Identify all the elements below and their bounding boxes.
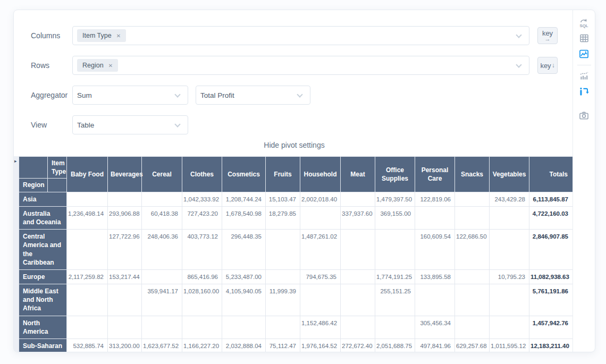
cell	[341, 284, 375, 316]
cell	[415, 206, 455, 229]
pivot-settings: Columns Item Type ✕ key → Rows R	[14, 10, 573, 149]
cell: 629,257.68	[455, 339, 490, 352]
pivot-icon[interactable]	[578, 86, 590, 97]
cell	[490, 316, 529, 338]
panel-main: Columns Item Type ✕ key → Rows R	[14, 10, 573, 352]
hide-pivot-settings-link[interactable]: Hide pivot settings	[31, 141, 558, 149]
cell: 1,152,486.42	[300, 316, 341, 338]
cell	[341, 192, 375, 206]
row-label: Middle East and North Africa	[19, 284, 67, 316]
cell: 2,051,688.75	[375, 339, 415, 352]
cell	[67, 284, 108, 316]
pivot-panel: Columns Item Type ✕ key → Rows R	[13, 10, 595, 352]
cell	[375, 230, 415, 270]
aggregator-field-select[interactable]: Total Profit	[196, 86, 310, 105]
row-label: Europe	[19, 269, 67, 284]
column-header: Beverages	[108, 157, 142, 192]
cell	[415, 284, 455, 316]
sql-icon[interactable]: SQL	[578, 17, 590, 29]
corner-cell	[48, 179, 67, 192]
cell	[341, 316, 375, 338]
cell: 1,976,164.52	[300, 339, 341, 352]
table-row: Central America and the Caribbean127,722…	[19, 230, 573, 270]
cell: 1,208,744.24	[222, 192, 266, 206]
column-header: Household	[300, 157, 341, 192]
cell: 296,448.35	[222, 230, 266, 270]
chart-icon[interactable]	[578, 70, 590, 82]
table-row: Europe2,117,259.82153,217.44865,416.965,…	[19, 269, 573, 284]
columns-select[interactable]: Item Type ✕	[72, 26, 529, 45]
cell: 2,117,259.82	[67, 269, 108, 284]
cell	[142, 192, 182, 206]
row-total: 5,761,191.86	[529, 284, 573, 316]
row-label: Central America and the Caribbean	[19, 230, 67, 270]
cell	[108, 284, 142, 316]
cell: 293,906.88	[108, 206, 142, 229]
column-header: Snacks	[455, 157, 490, 192]
image-icon[interactable]	[578, 48, 590, 60]
rows-select[interactable]: Region ✕	[72, 56, 529, 75]
cell: 4,105,940.05	[222, 284, 266, 316]
collapse-arrow-icon: ▸	[14, 159, 17, 164]
aggregator-label: Aggregator	[31, 91, 72, 99]
camera-icon[interactable]	[578, 109, 590, 121]
cell	[182, 316, 222, 338]
cell: 122,819.06	[415, 192, 455, 206]
arrow-right-icon: →	[545, 36, 551, 42]
cell: 2,032,888.04	[222, 339, 266, 352]
totals-column-header: Totals	[529, 157, 573, 192]
cell: 2,002,018.40	[300, 192, 341, 206]
toolbar-divider	[577, 65, 591, 65]
rows-label: Rows	[31, 61, 72, 70]
cell: 337,937.60	[341, 206, 375, 229]
cell	[266, 316, 300, 338]
remove-tag-icon[interactable]: ✕	[116, 33, 121, 39]
cell: 532,885.74	[67, 339, 108, 352]
svg-text:SQL: SQL	[580, 23, 588, 28]
row-label: Australia and Oceania	[19, 206, 67, 229]
key-rows-button[interactable]: key ↓	[537, 57, 558, 74]
columns-row: Columns Item Type ✕ key →	[31, 26, 558, 45]
view-label: View	[31, 121, 72, 129]
cell: 497,841.96	[415, 339, 455, 352]
row-label: Asia	[19, 192, 67, 206]
cell: 60,418.38	[142, 206, 182, 229]
cell	[67, 316, 108, 338]
cell: 369,155.00	[375, 206, 415, 229]
table-icon[interactable]	[578, 32, 590, 44]
cell: 1,166,227.20	[182, 339, 222, 352]
row-total: 2,846,907.85	[529, 230, 573, 270]
col-axis-label: Item Type	[48, 157, 67, 179]
row-total: 11,082,938.63	[529, 269, 573, 284]
cell: 865,416.96	[182, 269, 222, 284]
key-rows-label: key	[540, 62, 551, 70]
cell	[490, 230, 529, 270]
rows-tag-region[interactable]: Region ✕	[77, 59, 118, 72]
cell	[375, 316, 415, 338]
cell: 1,479,397.50	[375, 192, 415, 206]
cell: 248,406.36	[142, 230, 182, 270]
cell: 127,722.96	[108, 230, 142, 270]
cell	[455, 284, 490, 316]
cell	[300, 284, 341, 316]
cell: 75,112.47	[266, 339, 300, 352]
aggregator-select[interactable]: Sum	[72, 86, 188, 105]
aggregator-row: Aggregator Sum Total Profit	[31, 86, 558, 105]
columns-tag-item-type[interactable]: Item Type ✕	[77, 29, 126, 42]
settings-collapse-handle[interactable]: ▸	[14, 156, 19, 352]
columns-label: Columns	[31, 31, 72, 40]
column-header: Cosmetics	[222, 157, 266, 192]
row-label: Sub-Saharan Africa	[19, 339, 67, 352]
key-columns-button[interactable]: key →	[537, 27, 558, 44]
cell: 1,774,191.25	[375, 269, 415, 284]
cell: 1,028,160.00	[182, 284, 222, 316]
remove-tag-icon[interactable]: ✕	[108, 63, 113, 69]
view-select[interactable]: Table	[72, 115, 188, 134]
right-toolbar: SQL	[573, 10, 595, 352]
cell: 359,941.17	[142, 284, 182, 316]
column-header: Vegetables	[490, 157, 529, 192]
cell: 313,200.00	[108, 339, 142, 352]
row-total: 1,457,942.76	[529, 316, 573, 338]
cell	[222, 316, 266, 338]
chevron-down-icon	[516, 62, 521, 67]
